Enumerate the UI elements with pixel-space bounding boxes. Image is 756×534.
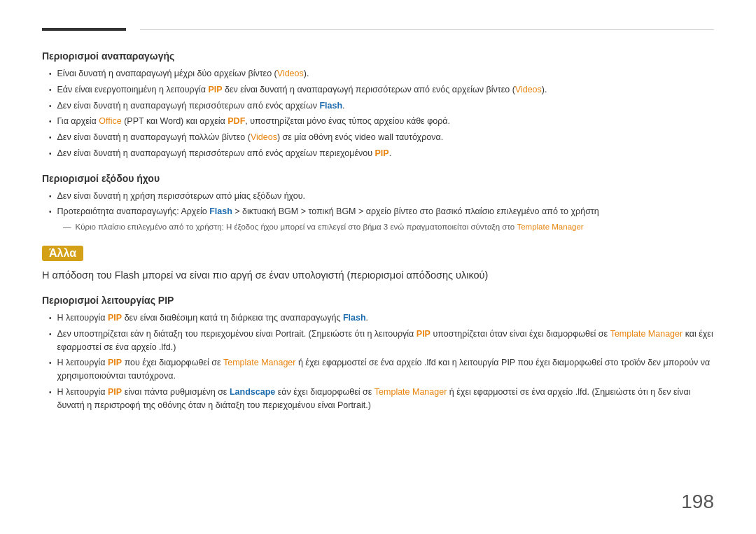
highlight-videos: Videos — [277, 69, 304, 78]
main-statement: Η απόδοση του Flash μπορεί να είναι πιο … — [42, 268, 714, 283]
highlight-flash: Flash — [319, 101, 342, 111]
highlight-pip-4: PIP — [416, 329, 430, 339]
highlight-landscape: Landscape — [230, 387, 275, 397]
audio-bullet-list: Δεν είναι δυνατή η χρήση περισσότερων απ… — [42, 190, 714, 219]
highlight-flash-2: Flash — [209, 206, 232, 216]
list-item: Η λειτουργία PIP που έχει διαμορφωθεί σε… — [42, 356, 714, 383]
highlight-videos-2: Videos — [515, 85, 542, 94]
list-item: Προτεραιότητα αναπαραγωγής: Αρχείο Flash… — [42, 205, 714, 218]
highlight-pip-3: PIP — [108, 313, 122, 323]
list-item: Δεν υποστηρίζεται εάν η διάταξη του περι… — [42, 328, 714, 354]
list-item: Εάν είναι ενεργοποιημένη η λειτουργία PI… — [42, 83, 714, 97]
highlight-pip: PIP — [208, 85, 222, 94]
list-item: Δεν είναι δυνατή η αναπαραγωγή πολλών βί… — [42, 131, 714, 144]
highlight-template-manager-2: Template Manager — [610, 329, 683, 339]
section-title-pip: Περιορισμοί λειτουργίας PIP — [42, 295, 714, 306]
audio-sub-note: Κύριο πλαίσιο επιλεγμένο από το χρήστη: … — [63, 221, 714, 233]
list-item: Για αρχεία Office (PPT και Word) και αρχ… — [42, 115, 714, 128]
top-line-dark — [42, 28, 126, 31]
highlight-template-manager-3: Template Manager — [223, 358, 296, 367]
section-audio-limits: Περιορισμοί εξόδου ήχου Δεν είναι δυνατή… — [42, 173, 714, 234]
page-container: Περιορισμοί αναπαραγωγής Είναι δυνατή η … — [0, 0, 756, 534]
playback-bullet-list: Είναι δυνατή η αναπαραγωγή μέχρι δύο αρχ… — [42, 67, 714, 160]
highlight-pip-6: PIP — [108, 387, 122, 397]
list-item: Η λειτουργία PIP είναι πάντα ρυθμισμένη … — [42, 386, 714, 412]
highlight-office: Office — [99, 116, 121, 126]
section-title-playback: Περιορισμοί αναπαραγωγής — [42, 50, 714, 62]
section-alla: Άλλα Η απόδοση του Flash μπορεί να είναι… — [42, 246, 714, 283]
list-item: Δεν είναι δυνατή η αναπαραγωγή περισσότε… — [42, 99, 714, 113]
highlight-template-manager: Template Manager — [517, 223, 583, 231]
alla-label: Άλλα — [42, 246, 83, 261]
list-item: Δεν είναι δυνατή η αναπαραγωγή περισσότε… — [42, 147, 714, 160]
list-item: Είναι δυνατή η αναπαραγωγή μέχρι δύο αρχ… — [42, 67, 714, 80]
pip-bullet-list: Η λειτουργία PIP δεν είναι διαθέσιμη κατ… — [42, 311, 714, 412]
page-number: 198 — [681, 491, 714, 513]
highlight-pdf: PDF — [227, 116, 245, 126]
section-title-audio: Περιορισμοί εξόδου ήχου — [42, 173, 714, 184]
highlight-pip-5: PIP — [108, 358, 122, 367]
list-item: Η λειτουργία PIP δεν είναι διαθέσιμη κατ… — [42, 311, 714, 325]
highlight-template-manager-4: Template Manager — [374, 387, 447, 397]
highlight-pip-2: PIP — [374, 148, 388, 158]
section-playback-limits: Περιορισμοί αναπαραγωγής Είναι δυνατή η … — [42, 50, 714, 160]
top-decorative-line — [42, 28, 714, 31]
highlight-flash-3: Flash — [343, 313, 366, 323]
top-line-light — [140, 29, 714, 30]
highlight-videos-3: Videos — [251, 132, 277, 142]
section-pip-limits: Περιορισμοί λειτουργίας PIP Η λειτουργία… — [42, 295, 714, 412]
list-item: Δεν είναι δυνατή η χρήση περισσότερων απ… — [42, 190, 714, 203]
